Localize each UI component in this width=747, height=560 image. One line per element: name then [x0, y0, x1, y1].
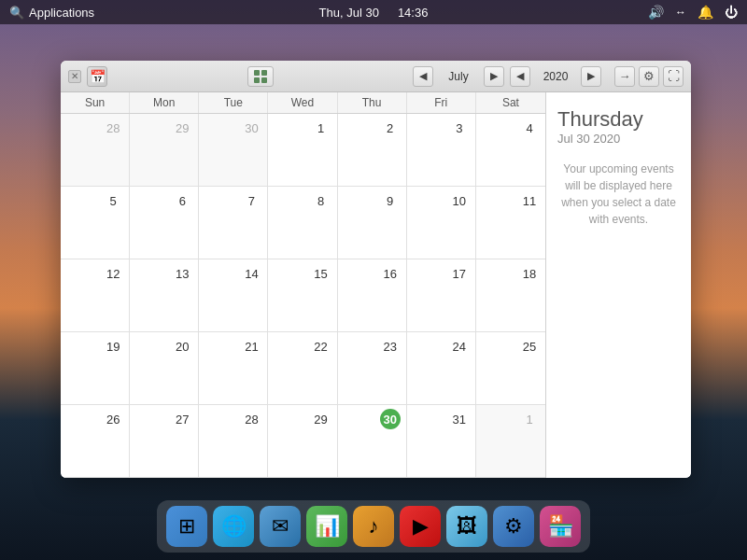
day-cell[interactable]: 9 [338, 187, 407, 259]
day-cell[interactable]: 7 [199, 187, 268, 259]
day-cell[interactable]: 28 [199, 405, 268, 478]
year-label: 2020 [532, 70, 579, 83]
video-icon[interactable]: ▶ [400, 506, 441, 547]
topbar-date: Thu, Jul 30 [319, 6, 379, 20]
store-icon[interactable]: 🏪 [540, 506, 581, 547]
applications-label[interactable]: Applications [29, 6, 94, 20]
header-mon: Mon [130, 92, 199, 113]
header-tue: Tue [199, 92, 268, 113]
volume-icon[interactable]: 🔊 [648, 5, 664, 20]
grid-icon [254, 70, 267, 83]
goto-today-button[interactable]: → [614, 66, 635, 87]
settings-button[interactable]: ⚙ [639, 66, 659, 87]
day-cell[interactable]: 27 [130, 405, 199, 478]
day-cell[interactable]: 5 [61, 187, 130, 259]
header-thu: Thu [338, 92, 407, 113]
events-message: Your upcoming events will be displayed h… [557, 161, 680, 228]
browser-icon[interactable]: 🌐 [213, 506, 254, 547]
day-cell[interactable]: 14 [199, 259, 268, 332]
day-cell[interactable]: 6 [130, 187, 199, 259]
month-nav: ◀ July ▶ [413, 66, 504, 87]
topbar-right: 🔊 ↔ 🔔 ⏻ [648, 5, 738, 20]
day-cell[interactable]: 20 [130, 332, 199, 405]
selected-day-name: Thursday [557, 107, 680, 132]
prev-month-button[interactable]: ◀ [413, 66, 433, 87]
day-cell[interactable]: 2 [338, 114, 407, 187]
day-cell[interactable]: 28 [61, 114, 130, 187]
calendar-body: Sun Mon Tue Wed Thu Fri Sat 282930123456… [61, 92, 691, 478]
day-cell[interactable]: 8 [268, 187, 337, 259]
day-cell[interactable]: 26 [61, 405, 130, 478]
dock: ⊞🌐✉📊♪▶🖼⚙🏪 [157, 500, 590, 553]
next-month-button[interactable]: ▶ [484, 66, 504, 87]
titlebar-actions: → ⚙ ⛶ [614, 66, 684, 87]
day-cell[interactable]: 18 [476, 259, 545, 332]
day-cell[interactable]: 3 [407, 114, 476, 187]
next-year-button[interactable]: ▶ [581, 66, 601, 87]
day-cell[interactable]: 12 [61, 259, 130, 332]
day-cell[interactable]: 16 [338, 259, 407, 332]
mail-icon[interactable]: ✉ [260, 506, 301, 547]
search-icon: 🔍 [9, 6, 24, 20]
topbar-time: 14:36 [398, 6, 429, 20]
calendar-main: Sun Mon Tue Wed Thu Fri Sat 282930123456… [61, 92, 546, 478]
calendar-window: ✕ 📅 ◀ July ▶ ◀ 2020 ▶ → ⚙ ⛶ [61, 61, 691, 478]
day-cell[interactable]: 24 [407, 332, 476, 405]
day-cell[interactable]: 1 [268, 114, 337, 187]
day-cell[interactable]: 30 [338, 405, 407, 478]
grid-view-button[interactable] [247, 66, 274, 87]
day-cell[interactable]: 29 [268, 405, 337, 478]
network-icon[interactable]: ↔ [675, 6, 686, 19]
day-cell[interactable]: 22 [268, 332, 337, 405]
fullscreen-button[interactable]: ⛶ [663, 66, 684, 87]
selected-date: Jul 30 2020 [557, 132, 680, 146]
power-icon[interactable]: ⏻ [725, 5, 738, 20]
day-cell[interactable]: 10 [407, 187, 476, 259]
topbar-center: Thu, Jul 30 14:36 [319, 6, 429, 20]
calendar-app-icon: 📅 [87, 66, 107, 87]
day-cell[interactable]: 17 [407, 259, 476, 332]
day-cell[interactable]: 1 [476, 405, 545, 478]
calendar-grid: 2829301234567891011121314151617181920212… [61, 114, 545, 478]
day-cell[interactable]: 11 [476, 187, 545, 259]
day-cell[interactable]: 19 [61, 332, 130, 405]
day-cell[interactable]: 15 [268, 259, 337, 332]
window-titlebar: ✕ 📅 ◀ July ▶ ◀ 2020 ▶ → ⚙ ⛶ [61, 61, 691, 92]
calendar-sidebar: Thursday Jul 30 2020 Your upcoming event… [546, 92, 691, 478]
header-fri: Fri [407, 92, 476, 113]
photos-icon[interactable]: 🖼 [446, 506, 487, 547]
topbar: 🔍 Applications Thu, Jul 30 14:36 🔊 ↔ 🔔 ⏻ [0, 0, 747, 24]
day-cell[interactable]: 21 [199, 332, 268, 405]
month-label: July [435, 70, 482, 83]
year-nav: ◀ 2020 ▶ [510, 66, 601, 87]
header-sat: Sat [476, 92, 545, 113]
day-cell[interactable]: 23 [338, 332, 407, 405]
day-cell[interactable]: 4 [476, 114, 545, 187]
day-cell[interactable]: 30 [199, 114, 268, 187]
sheets-icon[interactable]: 📊 [306, 506, 347, 547]
day-cell[interactable]: 13 [130, 259, 199, 332]
day-cell[interactable]: 29 [130, 114, 199, 187]
topbar-left: 🔍 Applications [9, 6, 94, 20]
day-cell[interactable]: 31 [407, 405, 476, 478]
day-cell[interactable]: 25 [476, 332, 545, 405]
system-settings-icon[interactable]: ⚙ [493, 506, 534, 547]
prev-year-button[interactable]: ◀ [510, 66, 530, 87]
header-sun: Sun [61, 92, 130, 113]
header-wed: Wed [268, 92, 337, 113]
music-icon[interactable]: ♪ [353, 506, 394, 547]
close-button[interactable]: ✕ [68, 70, 81, 83]
mosaic-icon[interactable]: ⊞ [166, 506, 207, 547]
day-headers: Sun Mon Tue Wed Thu Fri Sat [61, 92, 545, 114]
notification-icon[interactable]: 🔔 [698, 5, 713, 20]
